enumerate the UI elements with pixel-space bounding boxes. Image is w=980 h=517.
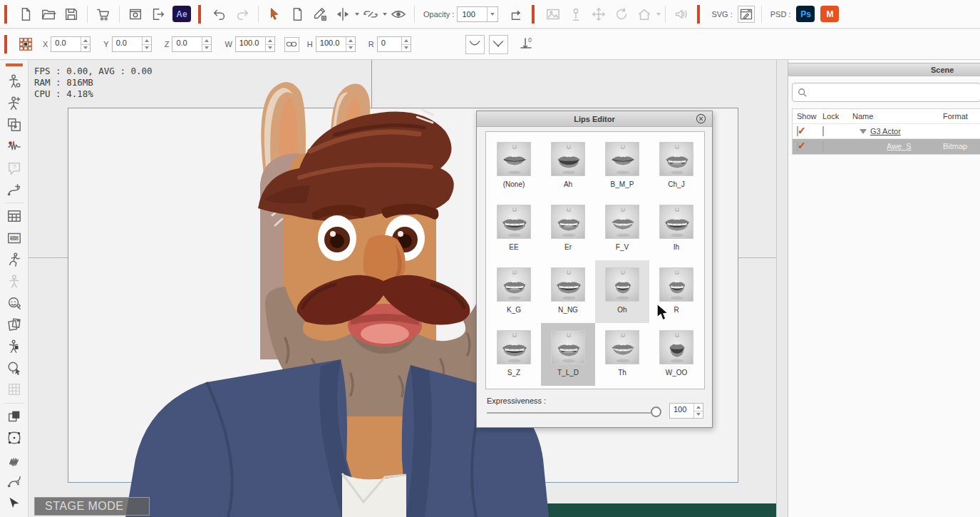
pin-icon[interactable] (567, 5, 585, 24)
table-row-g3-actor[interactable]: G3 Actor (793, 124, 980, 139)
eye-icon[interactable] (389, 5, 408, 24)
phoneme-thumbnail[interactable] (605, 330, 639, 364)
anchor-grid-icon[interactable] (16, 35, 35, 53)
redo-icon[interactable] (233, 5, 252, 24)
phoneme-cell[interactable]: Oh (595, 260, 649, 323)
path-editor-icon[interactable] (5, 472, 24, 491)
phoneme-cell[interactable]: Er (541, 198, 595, 260)
show-checkbox[interactable] (797, 141, 798, 151)
pointer-tool-icon[interactable] (5, 493, 24, 512)
phoneme-thumbnail[interactable] (497, 330, 531, 364)
after-effects-badge[interactable]: Ae (172, 6, 191, 22)
lips-editor-titlebar[interactable]: Lips Editor (477, 111, 712, 127)
scene-search-input[interactable] (792, 83, 980, 102)
svg-box-icon[interactable]: SVG (5, 229, 24, 247)
column-lock[interactable]: Lock (821, 112, 850, 121)
svg-editor-icon[interactable] (738, 6, 755, 23)
phoneme-thumbnail[interactable] (605, 267, 639, 302)
speaker-icon[interactable] (672, 5, 691, 24)
opacity-dropdown-icon[interactable] (487, 7, 497, 21)
phoneme-cell[interactable]: F_V (595, 198, 649, 260)
motion-path-icon[interactable] (5, 180, 24, 199)
phoneme-thumbnail[interactable] (659, 330, 693, 364)
new-document-icon[interactable] (16, 5, 35, 24)
phoneme-cell[interactable]: Ih (649, 198, 703, 260)
stage-canvas[interactable]: FPS : 0.00, AVG : 0.00RAM : 816MBCPU : 4… (29, 60, 777, 517)
save-icon[interactable] (62, 5, 81, 24)
phoneme-thumbnail[interactable] (497, 205, 531, 239)
align-flip-caret[interactable] (355, 13, 359, 16)
expressiveness-input[interactable]: 100 (669, 403, 703, 419)
phoneme-cell[interactable]: B_M_P (595, 135, 649, 198)
phoneme-thumbnail[interactable] (551, 330, 585, 364)
help-bubble-icon[interactable]: ? (5, 159, 24, 178)
phoneme-thumbnail[interactable] (605, 142, 639, 176)
layer-name[interactable]: Awe_S (887, 142, 912, 150)
create-character-icon[interactable] (5, 94, 24, 113)
show-checkbox[interactable] (797, 126, 798, 136)
phoneme-cell[interactable]: Ch_J (649, 135, 703, 198)
mouth-close-button[interactable] (489, 35, 508, 54)
phoneme-thumbnail[interactable] (605, 205, 639, 239)
reset-zero-icon[interactable]: 0 (517, 35, 536, 53)
select-cursor-icon[interactable] (265, 5, 284, 24)
phoneme-thumbnail[interactable] (551, 142, 585, 176)
grid-disabled-icon[interactable] (5, 380, 24, 399)
render-preview-icon[interactable] (126, 5, 145, 24)
r-input[interactable]: 0 (377, 36, 411, 52)
expressiveness-slider-track[interactable] (487, 412, 656, 414)
image-icon[interactable] (544, 5, 562, 24)
phoneme-cell[interactable]: W_OO (649, 323, 703, 386)
sprite-pages-icon[interactable] (5, 315, 24, 334)
page-icon[interactable] (288, 5, 306, 24)
layer-name[interactable]: G3 Actor (870, 127, 901, 135)
person-disabled-icon[interactable] (5, 272, 24, 291)
phoneme-cell[interactable]: Ah (541, 135, 595, 198)
open-folder-icon[interactable] (39, 5, 58, 24)
y-input[interactable]: 0.0 (112, 36, 152, 52)
undo-icon[interactable] (210, 5, 229, 24)
layer-order-icon[interactable] (5, 407, 24, 426)
bone-editor-icon[interactable] (5, 337, 24, 356)
expressiveness-slider-handle[interactable] (651, 406, 661, 417)
rotate-icon[interactable] (612, 5, 631, 24)
photoshop-badge[interactable]: Ps (796, 6, 815, 22)
close-icon[interactable] (696, 113, 706, 124)
column-name[interactable]: Name (850, 112, 943, 121)
flip-corner-icon[interactable] (507, 5, 525, 24)
scene-panel-header[interactable]: Scene (788, 63, 980, 76)
phoneme-cell[interactable]: T_L_D (541, 323, 595, 386)
face-editor-icon[interactable] (5, 294, 24, 312)
z-input[interactable]: 0.0 (172, 36, 212, 52)
move-icon[interactable] (589, 5, 608, 24)
lips-editor-dialog[interactable]: Lips Editor (476, 111, 713, 428)
column-format[interactable]: Format (943, 112, 980, 121)
audio-lipsync-icon[interactable] (5, 137, 24, 155)
opacity-input[interactable]: 100 (457, 6, 498, 22)
phoneme-thumbnail[interactable] (497, 267, 531, 302)
phoneme-cell[interactable]: EE (487, 198, 541, 260)
paint-export-icon[interactable] (311, 5, 329, 24)
lock-checkbox[interactable] (822, 141, 824, 151)
phoneme-thumbnail[interactable] (659, 267, 693, 302)
grid-table-icon[interactable] (5, 207, 24, 225)
lock-checkbox[interactable] (822, 126, 824, 136)
ffd-mesh-icon[interactable] (5, 429, 24, 447)
align-flip-icon[interactable] (334, 5, 352, 24)
column-show[interactable]: Show (793, 112, 821, 121)
phoneme-thumbnail[interactable] (551, 205, 585, 239)
mouth-open-button[interactable] (465, 35, 485, 54)
phoneme-thumbnail[interactable] (497, 142, 531, 176)
home-caret[interactable] (656, 13, 661, 16)
h-input[interactable]: 100.0 (316, 36, 356, 52)
x-input[interactable]: 0.0 (51, 36, 91, 52)
actor-setup-icon[interactable] (5, 72, 24, 91)
link-chain-caret[interactable] (383, 13, 387, 16)
phoneme-cell[interactable]: K_G (487, 260, 541, 323)
phoneme-cell[interactable]: N_NG (541, 260, 595, 323)
cart-icon[interactable] (94, 5, 113, 24)
spring-tool-icon[interactable] (5, 451, 24, 469)
expander-icon[interactable] (860, 129, 867, 134)
home-icon[interactable] (635, 5, 654, 24)
link-chain-icon[interactable] (361, 5, 380, 24)
